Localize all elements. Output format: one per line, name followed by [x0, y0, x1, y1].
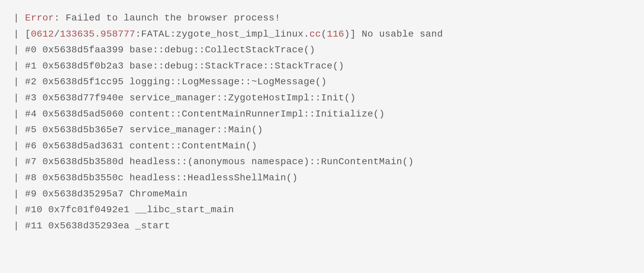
- line-prefix: |: [13, 29, 25, 39]
- line-prefix: |: [13, 93, 25, 103]
- line-prefix: |: [13, 204, 25, 215]
- log-segment: #2 0x5638d5f1cc95 logging::LogMessage::~…: [25, 77, 327, 87]
- log-segment: 116: [327, 29, 344, 39]
- log-line-3: | #1 0x5638d5f0b2a3 base::debug::StackTr…: [13, 58, 644, 74]
- log-segment: #11 0x5638d35293ea _start: [25, 221, 170, 231]
- line-prefix: |: [13, 189, 25, 199]
- line-prefix: |: [13, 221, 25, 231]
- log-line-1: | [0612/133635.958777:FATAL:zygote_host_…: [13, 26, 644, 42]
- log-segment: #8 0x5638d5b3550c headless::HeadlessShel…: [25, 173, 298, 183]
- log-output: | Error: Failed to launch the browser pr…: [13, 10, 644, 234]
- log-segment: [: [25, 29, 31, 39]
- line-prefix: |: [13, 156, 25, 167]
- log-segment: #3 0x5638d77f940e service_manager::Zygot…: [25, 93, 356, 103]
- log-segment: (: [321, 29, 327, 39]
- log-line-12: | #10 0x7fc01f0492e1 __libc_start_main: [13, 202, 644, 218]
- log-line-0: | Error: Failed to launch the browser pr…: [13, 10, 644, 26]
- line-prefix: |: [13, 109, 25, 119]
- log-line-9: | #7 0x5638d5b3580d headless::(anonymous…: [13, 154, 644, 170]
- log-segment: #10 0x7fc01f0492e1 __libc_start_main: [25, 204, 234, 215]
- log-segment: :FATAL:zygote_host_impl_linux.: [135, 29, 309, 39]
- log-line-10: | #8 0x5638d5b3550c headless::HeadlessSh…: [13, 170, 644, 186]
- log-segment: )] No usable sand: [344, 29, 443, 39]
- log-segment: #7 0x5638d5b3580d headless::(anonymous n…: [25, 156, 414, 167]
- log-segment: #5 0x5638d5b365e7 service_manager::Main(…: [25, 125, 263, 135]
- log-segment: 0612: [31, 29, 54, 39]
- log-segment: #1 0x5638d5f0b2a3 base::debug::StackTrac…: [25, 61, 344, 71]
- log-segment: #9 0x5638d35295a7 ChromeMain: [25, 189, 187, 199]
- log-line-13: | #11 0x5638d35293ea _start: [13, 218, 644, 234]
- log-line-5: | #3 0x5638d77f940e service_manager::Zyg…: [13, 90, 644, 106]
- log-segment: : Failed to launch the browser process!: [54, 13, 280, 23]
- line-prefix: |: [13, 141, 25, 151]
- log-line-7: | #5 0x5638d5b365e7 service_manager::Mai…: [13, 122, 644, 138]
- line-prefix: |: [13, 45, 25, 55]
- log-line-4: | #2 0x5638d5f1cc95 logging::LogMessage:…: [13, 74, 644, 90]
- log-segment: #0 0x5638d5faa399 base::debug::CollectSt…: [25, 45, 315, 55]
- log-line-6: | #4 0x5638d5ad5060 content::ContentMain…: [13, 106, 644, 122]
- line-prefix: |: [13, 77, 25, 87]
- log-line-11: | #9 0x5638d35295a7 ChromeMain: [13, 186, 644, 202]
- log-segment: cc: [309, 29, 321, 39]
- log-segment: 133635.958777: [60, 29, 135, 39]
- log-line-2: | #0 0x5638d5faa399 base::debug::Collect…: [13, 42, 644, 58]
- line-prefix: |: [13, 61, 25, 71]
- log-segment: #6 0x5638d5ad3631 content::ContentMain(): [25, 141, 257, 151]
- log-segment: /: [54, 29, 60, 39]
- log-line-8: | #6 0x5638d5ad3631 content::ContentMain…: [13, 138, 644, 154]
- log-segment: #4 0x5638d5ad5060 content::ContentMainRu…: [25, 109, 385, 119]
- line-prefix: |: [13, 13, 25, 23]
- line-prefix: |: [13, 173, 25, 183]
- log-segment: Error: [25, 13, 54, 23]
- line-prefix: |: [13, 125, 25, 135]
